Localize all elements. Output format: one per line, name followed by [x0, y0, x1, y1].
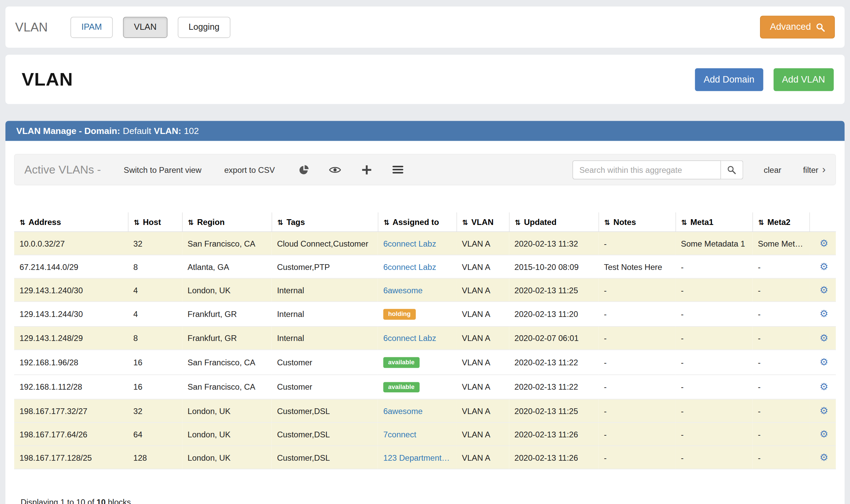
table-row: 129.143.1.248/298Frankfurt, GRInternal6c…	[14, 326, 836, 350]
table-row: 129.143.1.240/304London, UKInternal6awes…	[14, 278, 836, 302]
cell-tags: Internal	[272, 326, 378, 350]
gear-icon[interactable]: ⚙	[819, 357, 828, 367]
cell-region: San Francisco, CA	[182, 350, 271, 375]
cell-tags: Cloud Connect,Customer	[272, 232, 378, 255]
gear-icon[interactable]: ⚙	[819, 452, 828, 463]
cell-meta2: -	[752, 278, 809, 302]
add-vlan-button[interactable]: Add VLAN	[773, 68, 833, 91]
cell-tags: Customer	[272, 375, 378, 399]
table-row: 198.167.177.128/25128London, UKCustomer,…	[14, 446, 836, 469]
sort-icon: ⇅	[277, 218, 283, 227]
cell-notes: -	[599, 278, 675, 302]
pagination-status: Displaying 1 to 10 of 10 blocks	[21, 498, 836, 504]
nav-tabs: IPAM VLAN Logging	[70, 17, 230, 38]
tab-logging[interactable]: Logging	[178, 17, 230, 38]
sort-icon: ⇅	[134, 218, 139, 227]
cell-address: 129.143.1.244/30	[14, 302, 128, 326]
cell-assigned-to: available	[378, 350, 457, 375]
cell-meta1: -	[675, 326, 752, 350]
gear-icon[interactable]: ⚙	[819, 332, 828, 343]
cell-vlan: VLAN A	[457, 350, 509, 375]
cell-host: 4	[128, 302, 182, 326]
cell-address: 192.168.1.96/28	[14, 350, 128, 375]
gear-icon[interactable]: ⚙	[819, 261, 828, 272]
cell-notes: -	[599, 375, 675, 399]
gear-icon[interactable]: ⚙	[819, 238, 828, 249]
advanced-search-button[interactable]: Advanced	[760, 16, 835, 38]
vlan-table-body: 10.0.0.32/2732San Francisco, CACloud Con…	[14, 232, 836, 469]
assigned-link[interactable]: 6connect Labz	[383, 334, 436, 343]
column-header-host[interactable]: ⇅ Host	[128, 212, 182, 232]
cell-region: London, UK	[182, 399, 271, 423]
cell-meta2: -	[752, 326, 809, 350]
plus-icon[interactable]	[360, 165, 372, 174]
cell-notes: -	[599, 422, 675, 446]
sort-icon: ⇅	[758, 218, 763, 227]
column-header-meta2[interactable]: ⇅ Meta2	[752, 212, 809, 232]
cell-meta2: Some Met…	[752, 232, 809, 255]
cell-actions: ⚙	[809, 446, 836, 469]
assigned-link[interactable]: 6awesome	[383, 285, 423, 294]
gear-icon[interactable]: ⚙	[819, 285, 828, 295]
cell-address: 198.167.177.128/25	[14, 446, 128, 469]
cell-updated: 2020-02-13 11:25	[509, 278, 598, 302]
cell-vlan: VLAN A	[457, 255, 509, 278]
assigned-link[interactable]: 123 Department…	[383, 453, 450, 462]
tab-ipam[interactable]: IPAM	[70, 17, 113, 38]
cell-host: 64	[128, 422, 182, 446]
active-vlans-label: Active VLANs -	[24, 163, 101, 176]
cell-tags: Customer,DSL	[272, 446, 378, 469]
sort-icon: ⇅	[515, 218, 520, 227]
cell-notes: -	[599, 350, 675, 375]
cell-actions: ⚙	[809, 375, 836, 399]
sort-icon: ⇅	[604, 218, 609, 227]
cell-tags: Customer,DSL	[272, 399, 378, 423]
cell-updated: 2020-02-13 11:26	[509, 422, 598, 446]
tab-vlan[interactable]: VLAN	[123, 17, 167, 38]
sort-icon: ⇅	[383, 218, 389, 227]
column-header-tags[interactable]: ⇅ Tags	[272, 212, 378, 232]
eye-icon[interactable]	[329, 165, 341, 174]
cell-host: 128	[128, 446, 182, 469]
search-input[interactable]	[572, 160, 721, 179]
cell-actions: ⚙	[809, 255, 836, 278]
column-header-notes[interactable]: ⇅ Notes	[599, 212, 675, 232]
assigned-link[interactable]: 6connect Labz	[383, 262, 436, 271]
add-domain-button[interactable]: Add Domain	[695, 68, 763, 91]
clear-link[interactable]: clear	[764, 165, 781, 174]
pie-chart-icon[interactable]	[298, 164, 309, 175]
column-header-updated[interactable]: ⇅ Updated	[509, 212, 598, 232]
cell-meta2: -	[752, 422, 809, 446]
gear-icon[interactable]: ⚙	[819, 429, 828, 440]
cell-actions: ⚙	[809, 278, 836, 302]
column-header-meta1[interactable]: ⇅ Meta1	[675, 212, 752, 232]
cell-meta1: -	[675, 255, 752, 278]
table-row: 192.168.1.96/2816San Francisco, CACustom…	[14, 350, 836, 375]
filter-link[interactable]: filter ›	[803, 164, 826, 175]
switch-parent-view-link[interactable]: Switch to Parent view	[124, 165, 202, 174]
search-button[interactable]	[721, 160, 743, 179]
cell-vlan: VLAN A	[457, 302, 509, 326]
column-header-vlan[interactable]: ⇅ VLAN	[457, 212, 509, 232]
gear-icon[interactable]: ⚙	[819, 406, 828, 416]
assigned-link[interactable]: 7connect	[383, 430, 417, 439]
cell-updated: 2020-02-13 11:32	[509, 232, 598, 255]
cell-assigned-to: 6awesome	[378, 399, 457, 423]
app: VLAN IPAM VLAN Logging Advanced VLAN Add…	[0, 0, 850, 504]
cell-region: Frankfurt, GR	[182, 302, 271, 326]
assigned-link[interactable]: 6connect Labz	[383, 239, 436, 248]
column-header-assigned-to[interactable]: ⇅ Assigned to	[378, 212, 457, 232]
cell-meta1: -	[675, 375, 752, 399]
cell-actions: ⚙	[809, 350, 836, 375]
cell-tags: Customer,DSL	[272, 422, 378, 446]
gear-icon[interactable]: ⚙	[819, 308, 828, 319]
menu-icon[interactable]	[392, 165, 404, 174]
column-header-region[interactable]: ⇅ Region	[182, 212, 271, 232]
assigned-link[interactable]: 6awesome	[383, 406, 423, 415]
cell-host: 32	[128, 232, 182, 255]
export-csv-link[interactable]: export to CSV	[224, 165, 275, 174]
cell-notes: -	[599, 399, 675, 423]
cell-host: 16	[128, 375, 182, 399]
column-header-address[interactable]: ⇅ Address	[14, 212, 128, 232]
gear-icon[interactable]: ⚙	[819, 381, 828, 392]
